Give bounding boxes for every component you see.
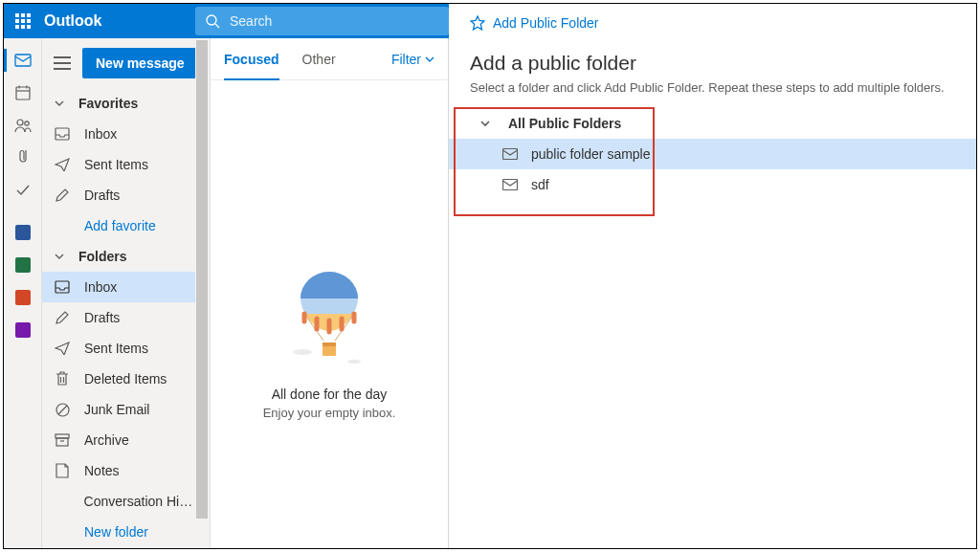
sidebar-scrollbar[interactable] xyxy=(195,38,210,548)
folder-sent[interactable]: Sent Items xyxy=(42,333,210,364)
tree-item-label: public folder sample xyxy=(531,146,651,162)
chevron-down-icon xyxy=(479,118,491,129)
favorites-header[interactable]: Favorites xyxy=(42,88,210,119)
svg-rect-24 xyxy=(503,180,518,190)
inbox-icon xyxy=(55,127,70,141)
rail-mail-icon[interactable] xyxy=(4,44,42,77)
sidebar-item-label: Deleted Items xyxy=(84,371,167,386)
left-rail xyxy=(4,38,42,548)
rail-excel-icon[interactable] xyxy=(4,249,42,281)
fav-inbox[interactable]: Inbox xyxy=(42,119,210,149)
svg-point-0 xyxy=(207,15,216,25)
tab-other[interactable]: Other xyxy=(302,38,336,80)
sidebar-item-label: Drafts xyxy=(84,310,120,325)
svg-rect-10 xyxy=(56,281,69,293)
tree-item-label: sdf xyxy=(531,177,549,192)
rail-calendar-icon[interactable] xyxy=(4,77,42,109)
svg-rect-9 xyxy=(56,128,69,140)
search-box[interactable] xyxy=(195,7,449,35)
fav-drafts[interactable]: Drafts xyxy=(42,180,210,210)
filter-dropdown[interactable]: Filter xyxy=(391,52,434,67)
sidebar-item-label: Inbox xyxy=(84,126,117,142)
app-title: Outlook xyxy=(44,12,101,30)
empty-title: All done for the day xyxy=(272,386,388,402)
svg-rect-20 xyxy=(323,342,336,346)
pencil-icon xyxy=(56,311,69,324)
folder-sidebar: New message Favorites Inbox Sent Items D… xyxy=(42,38,211,548)
panel-title: Add a public folder xyxy=(470,52,955,75)
folder-deleted[interactable]: Deleted Items xyxy=(42,364,210,394)
svg-point-8 xyxy=(24,121,28,125)
empty-subtitle: Enjoy your empty inbox. xyxy=(263,406,396,420)
inbox-icon xyxy=(55,280,70,294)
pencil-icon xyxy=(56,188,69,202)
add-public-folder-link[interactable]: Add Public Folder xyxy=(470,15,955,31)
mail-icon xyxy=(502,179,518,190)
search-input[interactable] xyxy=(228,12,399,30)
svg-rect-14 xyxy=(56,438,68,446)
sidebar-item-label: Drafts xyxy=(84,188,120,203)
sidebar-item-label: Notes xyxy=(84,463,120,478)
new-folder-link[interactable]: New folder xyxy=(42,517,210,547)
app-launcher-icon[interactable] xyxy=(4,4,42,38)
svg-rect-2 xyxy=(15,55,31,66)
search-icon xyxy=(205,13,220,29)
new-message-button[interactable]: New message xyxy=(82,48,198,78)
rail-powerpoint-icon[interactable] xyxy=(4,281,42,314)
folder-inbox[interactable]: Inbox xyxy=(42,272,210,302)
tree-item-sdf[interactable]: sdf xyxy=(470,169,955,200)
star-icon xyxy=(470,15,485,31)
svg-rect-13 xyxy=(56,434,69,438)
add-public-folder-panel: Add Public Folder Add a public folder Se… xyxy=(449,4,976,548)
chevron-down-icon xyxy=(54,251,65,262)
rail-todo-icon[interactable] xyxy=(4,174,42,207)
sidebar-item-label: Inbox xyxy=(84,279,117,295)
rail-onenote-icon[interactable] xyxy=(4,314,42,346)
public-folder-tree: All Public Folders public folder sample … xyxy=(470,108,955,200)
folder-notes[interactable]: Notes xyxy=(42,455,210,486)
folders-header[interactable]: Folders xyxy=(42,241,210,272)
rail-word-icon[interactable] xyxy=(4,216,42,249)
svg-line-12 xyxy=(58,406,67,414)
svg-line-1 xyxy=(215,24,219,28)
balloon-illustration xyxy=(285,266,373,371)
archive-icon xyxy=(55,433,70,447)
add-favorite-link[interactable]: Add favorite xyxy=(42,210,210,241)
tree-root-label: All Public Folders xyxy=(508,116,621,131)
note-icon xyxy=(56,463,69,478)
empty-state: All done for the day Enjoy your empty in… xyxy=(211,80,448,548)
favorites-label: Favorites xyxy=(78,96,138,111)
sidebar-item-label: Conversation Hist... xyxy=(84,494,198,509)
tab-focused[interactable]: Focused xyxy=(224,38,279,80)
folder-archive[interactable]: Archive xyxy=(42,425,210,455)
rail-people-icon[interactable] xyxy=(4,109,42,142)
sidebar-item-label: Junk Email xyxy=(84,402,149,417)
svg-rect-23 xyxy=(503,149,518,160)
block-icon xyxy=(56,403,70,417)
sidebar-item-label: Sent Items xyxy=(84,157,148,172)
svg-point-7 xyxy=(17,120,23,125)
send-icon xyxy=(55,342,70,355)
mail-icon xyxy=(502,148,518,160)
chevron-down-icon xyxy=(425,55,434,64)
panel-description: Select a folder and click Add Public Fol… xyxy=(470,80,955,95)
trash-icon xyxy=(56,371,69,386)
hamburger-icon[interactable] xyxy=(54,56,71,70)
rail-files-icon[interactable] xyxy=(4,142,42,174)
folder-junk[interactable]: Junk Email xyxy=(42,394,210,425)
send-icon xyxy=(55,158,70,171)
svg-rect-3 xyxy=(16,87,30,99)
folder-conversation-history[interactable]: Conversation Hist... xyxy=(42,486,210,517)
add-link-label: Add Public Folder xyxy=(493,15,599,31)
tree-root[interactable]: All Public Folders xyxy=(470,108,955,139)
folder-drafts[interactable]: Drafts xyxy=(42,302,210,333)
sidebar-item-label: Archive xyxy=(84,432,129,448)
svg-point-22 xyxy=(347,360,361,364)
message-list-pane: Focused Other Filter All done for the da… xyxy=(211,38,449,548)
svg-point-21 xyxy=(293,349,312,355)
tree-item-sample[interactable]: public folder sample xyxy=(449,139,976,169)
fav-sent[interactable]: Sent Items xyxy=(42,149,210,180)
folders-label: Folders xyxy=(78,249,127,264)
chevron-down-icon xyxy=(54,98,65,109)
top-bar: Outlook xyxy=(4,4,449,38)
